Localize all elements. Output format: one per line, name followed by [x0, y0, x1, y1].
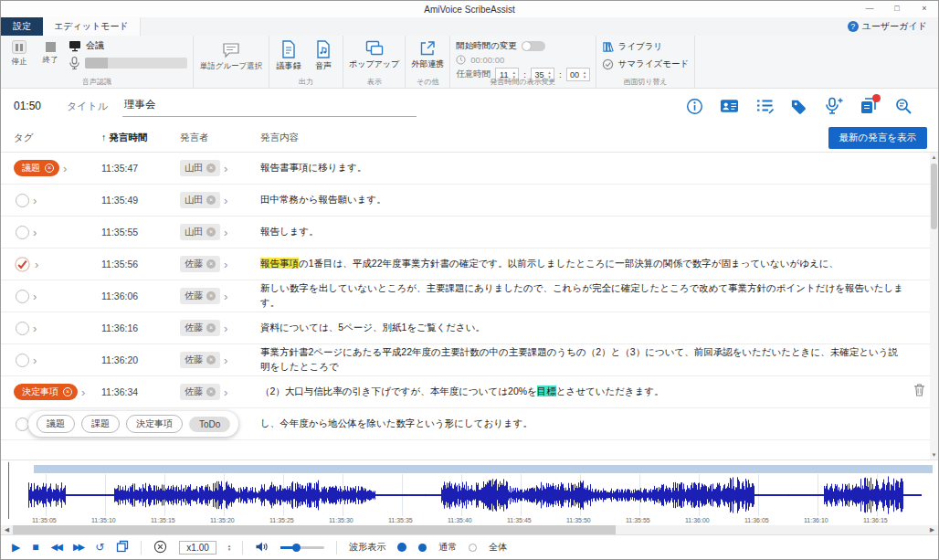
- expand-chevron-icon[interactable]: ›: [33, 354, 37, 367]
- waveform-selection-bar[interactable]: [34, 465, 933, 473]
- delete-row-icon[interactable]: [913, 384, 925, 401]
- mode-normal-label[interactable]: 通常: [438, 541, 457, 554]
- speaker-chip[interactable]: 佐藤×: [180, 384, 220, 400]
- remove-speaker-icon[interactable]: ×: [206, 164, 216, 173]
- remove-speaker-icon[interactable]: ×: [206, 195, 216, 205]
- tag-circle[interactable]: [16, 322, 29, 335]
- mode-normal-radio[interactable]: [418, 544, 427, 552]
- mode-all-label[interactable]: 全体: [489, 541, 507, 554]
- speaker-chip[interactable]: 佐藤×: [180, 288, 220, 304]
- maximize-button[interactable]: □: [883, 1, 911, 17]
- tab-settings[interactable]: 設定: [1, 17, 43, 36]
- repeat-button[interactable]: ↺: [95, 542, 104, 553]
- table-row[interactable]: › 11:36:20 佐藤× › 事業方針書2ページにあたる平成22年度の主要計…: [1, 344, 938, 376]
- header-time[interactable]: ↑ 発言時間: [101, 132, 180, 144]
- table-scrollbar[interactable]: ▲ ▼: [930, 153, 938, 460]
- user-guide-button[interactable]: ? ユーザーガイド: [837, 17, 938, 36]
- memo-icon[interactable]: [754, 97, 774, 116]
- volume-icon[interactable]: [255, 541, 269, 555]
- expand-chevron-icon[interactable]: ›: [33, 290, 37, 303]
- table-row[interactable]: › 11:35:49 山田× › 田中常務から報告願います。: [1, 185, 938, 217]
- remove-speaker-icon[interactable]: ×: [206, 387, 216, 396]
- scrollbar-thumb[interactable]: [931, 164, 937, 229]
- tag-circle[interactable]: [16, 194, 29, 207]
- speaker-chip[interactable]: 佐藤×: [180, 320, 220, 336]
- speaker-chevron-icon[interactable]: ›: [224, 386, 227, 399]
- minimize-button[interactable]: —: [856, 1, 883, 17]
- copy-button[interactable]: [116, 540, 129, 555]
- expand-chevron-icon[interactable]: ›: [33, 226, 37, 239]
- utterance-text[interactable]: 報告します。: [260, 225, 938, 239]
- expand-chevron-icon[interactable]: ›: [63, 162, 67, 175]
- close-button[interactable]: ×: [911, 1, 938, 17]
- search-icon[interactable]: [893, 97, 913, 116]
- tag-circle[interactable]: [16, 226, 29, 239]
- table-row[interactable]: 決定事項× › 11:36:34 佐藤× › （2）大口与信比率の引き下げですが…: [1, 376, 938, 408]
- end-button[interactable]: 終了: [37, 38, 63, 70]
- remove-speaker-icon[interactable]: ×: [206, 355, 216, 365]
- tag-badge[interactable]: 決定事項×: [14, 384, 78, 400]
- hscrollbar-thumb[interactable]: [13, 525, 616, 534]
- table-row[interactable]: › 11:36:06 佐藤× › 新しい数字を出していないところが、主要課題にあ…: [1, 280, 938, 312]
- external-link-button[interactable]: 外部連携: [411, 38, 444, 70]
- play-button[interactable]: ▶: [12, 542, 20, 553]
- expand-chevron-icon[interactable]: ›: [33, 322, 37, 335]
- utterance-text[interactable]: 事業方針書2ページにあたる平成22年度の主要計数の中の主要課題のうちの（2）と（…: [260, 345, 938, 375]
- speaker-chevron-icon[interactable]: ›: [224, 290, 227, 303]
- utterance-text[interactable]: （2）大口与信比率の引き下げですが、本年度については20%を目標とさせていただき…: [260, 385, 938, 399]
- stop-button[interactable]: 停止: [6, 38, 32, 70]
- library-button[interactable]: ライブラリ: [602, 41, 690, 53]
- popup-button[interactable]: ポップアップ: [349, 38, 399, 70]
- waveform-display-toggle[interactable]: [397, 543, 406, 552]
- remove-speaker-icon[interactable]: ×: [206, 227, 216, 237]
- mic-add-icon[interactable]: [824, 97, 843, 116]
- volume-knob[interactable]: [292, 544, 301, 552]
- speaker-chip[interactable]: 山田×: [180, 160, 220, 176]
- table-row[interactable]: › 11:35:56 佐藤× › 報告事項の1番目は、平成22年度事業方針書の確…: [1, 248, 938, 280]
- speaker-chevron-icon[interactable]: ›: [224, 194, 227, 207]
- tag-option-agenda[interactable]: 議題: [37, 415, 75, 433]
- playhead-line[interactable]: [8, 462, 9, 519]
- tag-option-decision[interactable]: 決定事項: [126, 415, 183, 433]
- scroll-left-icon[interactable]: ◀: [1, 526, 13, 534]
- word-group-select-button[interactable]: 単語グループ選択: [199, 38, 263, 71]
- speaker-chip[interactable]: 山田×: [180, 192, 220, 208]
- tab-edit-mode[interactable]: エディットモード: [43, 17, 141, 36]
- tag-circle[interactable]: [16, 354, 29, 367]
- summarize-mode-button[interactable]: サマライズモード: [602, 58, 690, 70]
- mode-all-radio[interactable]: [469, 544, 477, 552]
- remove-speaker-icon[interactable]: ×: [206, 259, 216, 269]
- table-row[interactable]: › 11:36:16 佐藤× › 資料については、5ページ、別紙1をご覧ください…: [1, 312, 938, 344]
- utterance-text[interactable]: し、今年度から地公体を除いた数字という形にしております。: [260, 417, 938, 431]
- rewind-button[interactable]: ◀◀: [50, 543, 60, 552]
- notification-icon[interactable]: [859, 97, 878, 116]
- meeting-source[interactable]: 会議: [69, 39, 187, 52]
- utterance-text[interactable]: 資料については、5ページ、別紙1をご覧ください。: [260, 321, 938, 335]
- audio-export-button[interactable]: 音声: [310, 38, 337, 72]
- speaker-chevron-icon[interactable]: ›: [224, 226, 227, 239]
- speaker-chip[interactable]: 山田×: [180, 224, 220, 240]
- scroll-up-icon[interactable]: ▲: [932, 153, 937, 162]
- minutes-button[interactable]: 議事録: [275, 38, 302, 72]
- speaker-chevron-icon[interactable]: ›: [224, 322, 227, 335]
- waveform-scrollbar[interactable]: ◀ ▶: [1, 525, 938, 534]
- speaker-chevron-icon[interactable]: ›: [224, 162, 227, 175]
- utterance-text[interactable]: 新しい数字を出していないところが、主要課題にありましたので、これらが完全に確定し…: [260, 281, 938, 311]
- header-speaker[interactable]: 発言者: [180, 132, 260, 144]
- show-latest-button[interactable]: 最新の発言を表示: [828, 127, 928, 149]
- remove-speaker-icon[interactable]: ×: [206, 291, 216, 301]
- speaker-chip[interactable]: 佐藤×: [180, 352, 220, 368]
- speaker-chevron-icon[interactable]: ›: [224, 258, 227, 271]
- scroll-down-icon[interactable]: ▼: [932, 450, 937, 460]
- expand-chevron-icon[interactable]: ›: [33, 194, 37, 207]
- playback-speed-value[interactable]: x1.00: [179, 541, 216, 555]
- expand-chevron-icon[interactable]: ›: [81, 386, 85, 399]
- header-tag[interactable]: タグ: [14, 132, 101, 144]
- title-input[interactable]: 理事会: [122, 96, 417, 117]
- tag-circle[interactable]: [16, 417, 29, 431]
- expand-chevron-icon[interactable]: ›: [35, 258, 38, 271]
- tag-icon[interactable]: [789, 97, 808, 116]
- speed-stepper[interactable]: ▴▾: [228, 544, 231, 552]
- remove-speaker-icon[interactable]: ×: [206, 323, 216, 333]
- volume-slider[interactable]: [280, 546, 324, 549]
